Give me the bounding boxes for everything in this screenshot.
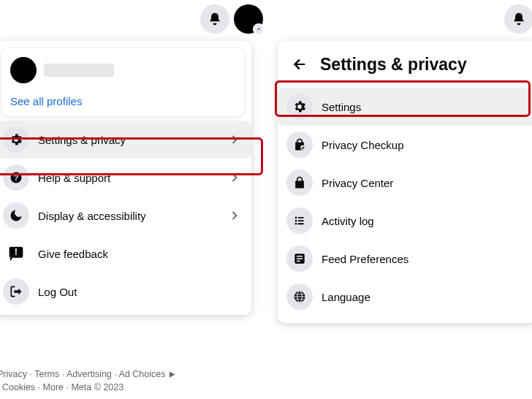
footer-ad-choices[interactable]: Ad Choices [119,369,166,379]
see-all-profiles-link[interactable]: See all profiles [7,92,238,109]
footer-more[interactable]: More [43,382,64,392]
menu-privacy-center[interactable]: Privacy Center [278,164,532,202]
footer-cookies[interactable]: Cookies [2,382,35,392]
account-menu-card: See all profiles Settings & privacy ? [0,41,251,315]
menu-label: Activity log [322,215,529,227]
footer-advertising[interactable]: Advertising [66,369,112,379]
profile-row[interactable] [7,54,238,92]
settings-menu-list: Settings Privacy Checkup Privacy Center [278,88,532,316]
svg-rect-10 [298,223,304,224]
svg-rect-8 [298,220,304,221]
menu-label: Feed Preferences [322,253,529,265]
menu-activity-log[interactable]: Activity log [278,202,532,240]
menu-settings-privacy[interactable]: Settings & privacy [0,121,251,159]
menu-label: Settings [322,101,529,113]
chevron-right-icon [227,208,243,223]
globe-icon [286,284,313,310]
back-button[interactable] [289,54,310,75]
menu-label: Settings & privacy [38,134,218,146]
lock-icon [286,170,313,196]
menu-label: Privacy Center [322,177,529,189]
menu-label: Language [322,291,529,303]
svg-point-5 [295,217,297,219]
menu-settings[interactable]: Settings [278,88,532,126]
profile-avatar [10,57,37,83]
list-icon [286,208,313,234]
gear-icon [3,126,29,153]
chevron-down-icon [253,23,265,35]
menu-label: Display & accessibility [38,210,218,222]
footer-terms[interactable]: Terms [34,369,59,379]
menu-display-accessibility[interactable]: Display & accessibility [0,197,251,235]
menu-label: Log Out [38,286,243,298]
menu-language[interactable]: Language [278,278,532,316]
settings-privacy-card: Settings & privacy Settings Privacy Chec… [278,41,532,323]
left-panel: See all profiles Settings & privacy ? [0,0,270,399]
moon-icon [3,202,29,229]
panel-header: Settings & privacy [278,51,532,83]
logout-icon [3,278,29,305]
footer-privacy[interactable]: Privacy [0,369,27,379]
notifications-icon[interactable] [504,4,532,34]
svg-point-7 [295,220,297,222]
svg-text:!: ! [15,246,18,257]
menu-feed-preferences[interactable]: Feed Preferences [278,240,532,278]
ad-choices-icon [168,370,176,379]
menu-label: Help & support [38,172,218,184]
svg-rect-14 [297,261,300,262]
svg-rect-13 [297,258,303,259]
feedback-icon: ! [3,240,29,267]
profile-avatar-header[interactable] [234,4,263,34]
menu-log-out[interactable]: Log Out [0,273,251,311]
menu-privacy-checkup[interactable]: Privacy Checkup [278,126,532,164]
footer-meta: Meta © 2023 [71,382,123,392]
chevron-right-icon [227,132,243,147]
right-panel: Settings & privacy Settings Privacy Chec… [270,0,532,399]
footer-links: Privacy · Terms · Advertising · Ad Choic… [0,368,253,395]
menu-label: Privacy Checkup [322,139,529,151]
header-icons [504,4,532,34]
notifications-icon[interactable] [200,4,229,34]
feed-icon [286,246,313,272]
svg-rect-12 [297,256,303,257]
svg-rect-6 [298,217,304,218]
header-icons [200,4,263,34]
arrow-left-icon [292,56,308,72]
svg-text:?: ? [14,173,19,182]
profile-card: See all profiles [1,48,244,116]
lock-check-icon [286,132,313,158]
svg-point-9 [295,223,297,225]
page-title: Settings & privacy [320,55,467,75]
menu-help-support[interactable]: ? Help & support [0,159,251,197]
gear-icon [286,94,313,120]
profile-name-placeholder [44,64,114,77]
account-menu-list: Settings & privacy ? Help & support [0,121,251,311]
chevron-right-icon [227,170,243,185]
menu-label: Give feedback [38,248,243,260]
menu-give-feedback[interactable]: ! Give feedback [0,235,251,273]
help-icon: ? [3,164,29,191]
